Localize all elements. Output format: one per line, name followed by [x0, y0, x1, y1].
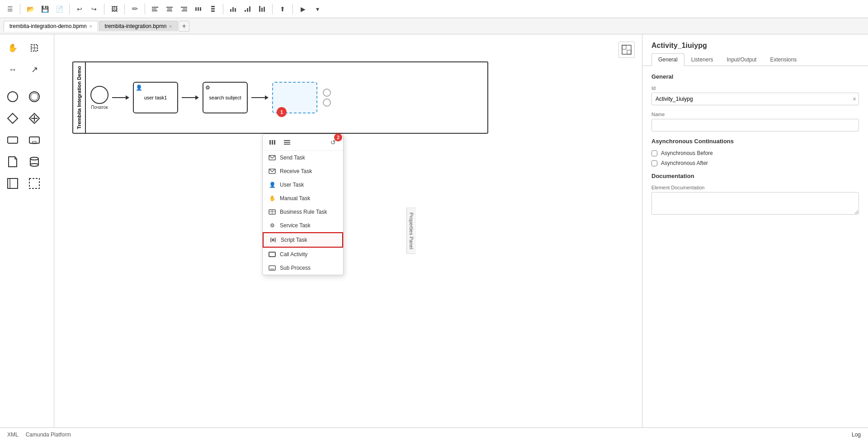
cm-item-script-task[interactable]: Script Task	[263, 232, 343, 248]
svg-rect-63	[269, 266, 275, 270]
doc-textarea[interactable]	[651, 192, 859, 215]
rpanel-tab-listeners[interactable]: Listeners	[684, 53, 720, 66]
tool-row-6	[3, 152, 51, 172]
hand-tool-button[interactable]: ✋	[3, 38, 23, 58]
boundary-event-button[interactable]	[24, 87, 44, 107]
svg-rect-4	[167, 9, 172, 9]
exclusive-gateway-button[interactable]	[3, 108, 23, 128]
tab-trembita[interactable]: trembita-integration.bpmn ×	[99, 21, 178, 31]
arrow-2	[182, 95, 199, 100]
align-center-button[interactable]	[163, 3, 176, 15]
business-rule-icon	[268, 208, 276, 216]
redo-button[interactable]: ↪	[88, 3, 100, 15]
menu-button[interactable]: ☰	[4, 3, 16, 15]
statusbar-platform: Camunda Platform	[26, 432, 71, 438]
lasso-tool-button[interactable]	[24, 38, 44, 58]
align-left-button[interactable]	[149, 3, 161, 15]
cm-item-service-task[interactable]: ⚙ Service Task	[263, 219, 343, 232]
cm-item-manual-task[interactable]: ✋ Manual Task	[263, 192, 343, 205]
cm-item-user-task[interactable]: 👤 User Task	[263, 178, 343, 192]
id-input-clear[interactable]: ×	[853, 95, 856, 103]
doc-label: Element Documentation	[651, 185, 859, 190]
call-activity-icon	[268, 250, 276, 258]
svg-marker-30	[8, 113, 18, 123]
cm-item-receive-task-label: Receive Task	[280, 168, 312, 174]
data-store-button[interactable]	[24, 152, 44, 172]
task-search-subject[interactable]: ⚙ search subject	[203, 82, 248, 113]
doc-field: Element Documentation	[651, 185, 859, 216]
left-toolbar: ✋ ↔ ↗	[0, 34, 54, 427]
task-button[interactable]	[3, 130, 23, 150]
image-button[interactable]: 🖼	[108, 3, 121, 15]
chart2-button[interactable]	[241, 3, 254, 15]
tab-trembita-demo[interactable]: trembita-integration-demo.bpmn ×	[4, 21, 98, 32]
cm-header-btn-list[interactable]	[282, 137, 292, 148]
statusbar-log[interactable]: Log	[852, 432, 861, 438]
rpanel-tab-extensions[interactable]: Extensions	[763, 53, 803, 66]
task-search-subject-wrap: ⚙ search subject	[203, 82, 248, 113]
cm-item-business-rule-task[interactable]: Business Rule Task	[263, 205, 343, 219]
cm-item-send-task[interactable]: Send Task	[263, 151, 343, 164]
distribute-h-button[interactable]	[192, 3, 205, 15]
svg-rect-52	[284, 142, 290, 143]
parallel-gateway-button[interactable]	[24, 108, 44, 128]
subprocess-button[interactable]	[24, 130, 44, 150]
statusbar-xml[interactable]: XML	[7, 432, 19, 438]
right-panel: Activity_1iuiypg General Listeners Input…	[642, 34, 868, 427]
tab-add-button[interactable]: +	[179, 21, 189, 32]
svg-rect-46	[622, 45, 626, 49]
async-after-label: Asynchronous After	[661, 160, 708, 166]
connect-tool-button[interactable]: ↔	[3, 60, 23, 80]
svg-rect-1	[152, 9, 156, 9]
canvas[interactable]: Trembita Integration Demo Початок 👤	[54, 34, 642, 427]
global-connect-button[interactable]: ↗	[24, 60, 44, 80]
undo-button[interactable]: ↩	[73, 3, 86, 15]
pool-button[interactable]	[3, 174, 23, 193]
properties-panel-toggle[interactable]: Properties Panel	[406, 207, 416, 254]
svg-rect-23	[264, 7, 265, 12]
async-before-row: Asynchronous Before	[651, 150, 859, 156]
append-circle-2[interactable]	[323, 99, 331, 107]
tab-label: trembita-integration-demo.bpmn	[9, 23, 87, 29]
svg-rect-51	[284, 140, 290, 141]
chart1-button[interactable]	[227, 3, 240, 15]
draw-button[interactable]: ✏	[128, 3, 141, 15]
task-user-task1-wrap: 👤 user task1	[133, 82, 178, 113]
upload-button[interactable]: ⬆	[276, 3, 289, 15]
save-button[interactable]: 💾	[38, 3, 51, 15]
align-right-button[interactable]	[178, 3, 190, 15]
svg-rect-5	[167, 10, 172, 11]
start-event-button[interactable]	[3, 87, 23, 107]
async-before-checkbox[interactable]	[651, 150, 657, 156]
async-after-checkbox[interactable]	[651, 160, 657, 166]
id-input[interactable]	[651, 93, 859, 105]
cm-item-call-activity[interactable]: Call Activity	[263, 248, 343, 261]
name-input[interactable]	[651, 119, 859, 131]
play-dropdown-button[interactable]: ▾	[311, 3, 324, 15]
chart3-button[interactable]	[256, 3, 269, 15]
svg-rect-6	[181, 7, 187, 8]
distribute-v-button[interactable]	[207, 3, 219, 15]
pool-content: Початок 👤 user task1	[86, 62, 487, 133]
svg-rect-15	[230, 9, 231, 12]
save-as-button[interactable]: 📄	[53, 3, 66, 15]
data-object-button[interactable]	[3, 152, 23, 172]
rpanel-tab-inputoutput[interactable]: Input/Output	[720, 53, 763, 66]
toolbar-separator-3	[104, 4, 104, 14]
cm-item-receive-task[interactable]: Receive Task	[263, 164, 343, 178]
task-user-task1[interactable]: 👤 user task1	[133, 82, 178, 113]
service-task-icon-cm: ⚙	[268, 221, 276, 230]
rpanel-tab-general[interactable]: General	[651, 53, 684, 66]
append-circle-1[interactable]	[323, 89, 331, 97]
play-button[interactable]: ▶	[297, 3, 309, 15]
cm-item-sub-process[interactable]: Sub Process	[263, 261, 343, 275]
start-event[interactable]	[90, 86, 108, 104]
open-button[interactable]: 📂	[24, 3, 37, 15]
tab-close-2[interactable]: ×	[169, 24, 172, 29]
manual-task-icon: ✋	[268, 194, 276, 202]
toolbar-separator-4	[124, 4, 125, 14]
cm-header-btn-columns[interactable]	[267, 137, 278, 148]
group-button[interactable]	[24, 174, 44, 193]
tab-close-demo[interactable]: ×	[90, 24, 92, 29]
minimap-button[interactable]	[618, 42, 635, 58]
